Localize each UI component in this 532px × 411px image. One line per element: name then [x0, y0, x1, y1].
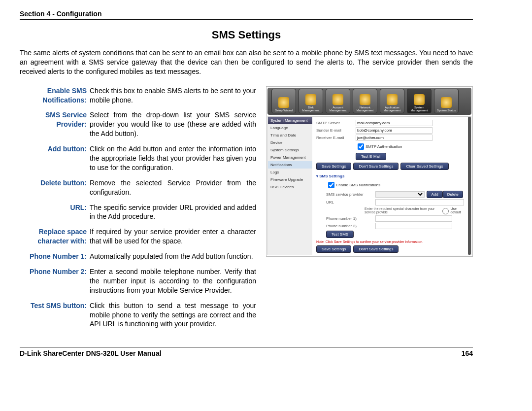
row-smtp-auth: SMTP Authentication: [316, 142, 464, 151]
section-label: Section 4 - Configuration: [20, 10, 101, 18]
note-text: Note: Click Save Settings to confirm you…: [316, 240, 464, 243]
sms-section-title: SMS Settings: [316, 174, 464, 178]
dontsave-button-2[interactable]: Don't Save Settings: [353, 245, 399, 253]
recv-input[interactable]: [356, 135, 432, 141]
tool-label: Account Management: [326, 106, 350, 112]
save-button-2[interactable]: Save Settings: [316, 245, 351, 253]
def-desc: Check this box to enable SMS alerts to b…: [90, 86, 256, 105]
test-sms-button[interactable]: Test SMS: [326, 231, 354, 238]
phone2-input[interactable]: [375, 223, 452, 229]
shot-body: System Management Language Time and Date…: [267, 116, 471, 255]
row-phone1: Phone number 1): [316, 215, 464, 222]
tool-application[interactable]: Application Management: [380, 89, 404, 113]
page-footer: D-Link ShareCenter DNS-320L User Manual …: [20, 347, 473, 357]
enable-sms-check[interactable]: [328, 182, 334, 188]
page-number: 164: [462, 349, 473, 357]
tool-label: Setup Wizard: [275, 109, 293, 112]
def-desc: If required by your service provider ent…: [90, 227, 256, 246]
def-label: Phone Number 1:: [20, 252, 90, 261]
footer-left: D-Link ShareCenter DNS-320L User Manual: [20, 349, 162, 357]
row-url: URL: [316, 199, 464, 206]
url-note: Enter the required special character fro…: [365, 207, 438, 214]
sb-power[interactable]: Power Management: [268, 154, 312, 161]
definitions-list: Enable SMS Notifications: Check this box…: [20, 86, 256, 335]
def-replace-space: Replace space character with: If require…: [20, 227, 256, 246]
sb-system-settings[interactable]: System Settings: [268, 146, 312, 154]
use-default-radio[interactable]: [442, 208, 449, 214]
shot-content: SMTP Server Sender E-mail Receiver E-mai…: [312, 117, 468, 255]
wizard-icon: [278, 97, 289, 108]
sb-logs[interactable]: Logs: [268, 169, 312, 176]
account-icon: [332, 94, 343, 105]
app-icon: [387, 94, 398, 105]
scrollbar[interactable]: [468, 117, 471, 255]
test-email-button[interactable]: Test E-Mail: [356, 153, 386, 160]
smtp-auth-check[interactable]: [358, 143, 364, 150]
row-sender: Sender E-mail: [316, 127, 464, 134]
section-header: Section 4 - Configuration: [20, 10, 473, 20]
def-label: Add button:: [20, 144, 90, 172]
def-phone2: Phone Number 2: Enter a second mobile te…: [20, 267, 256, 295]
clear-button[interactable]: Clear Saved Settings: [400, 163, 448, 170]
row-provider: SMS service provider Add Delete: [316, 191, 464, 198]
def-desc: Automatically populated from the Add but…: [90, 252, 256, 261]
screenshot-panel: Setup Wizard Disk Management Account Man…: [266, 86, 473, 257]
tool-label: Disk Management: [299, 106, 323, 112]
provider-label: SMS service provider: [326, 192, 375, 197]
system-icon: [414, 94, 425, 105]
tool-network[interactable]: Network Management: [353, 89, 377, 113]
def-enable-sms: Enable SMS Notifications: Check this box…: [20, 86, 256, 105]
row-smtp: SMTP Server: [316, 120, 464, 126]
provider-select[interactable]: [375, 191, 425, 198]
tool-label: Application Management: [380, 106, 404, 112]
smtp-auth-label: SMTP Authentication: [366, 144, 402, 149]
network-icon: [360, 94, 370, 105]
tool-system[interactable]: System Management: [407, 89, 432, 113]
phone1-label: Phone number 1): [326, 216, 375, 221]
def-delete-button: Delete button: Remove the selected Servi…: [20, 178, 256, 197]
sb-time[interactable]: Time and Date: [268, 132, 312, 139]
tool-disk[interactable]: Disk Management: [299, 89, 323, 113]
tool-account[interactable]: Account Management: [326, 89, 350, 113]
def-label: SMS Service Provider:: [20, 110, 90, 138]
sb-usb[interactable]: USB Devices: [268, 183, 312, 191]
recv-label: Receiver E-mail: [316, 136, 356, 140]
def-desc: Enter a second mobile telephone number. …: [90, 267, 256, 295]
status-icon: [441, 97, 452, 108]
sb-device[interactable]: Device: [268, 139, 312, 146]
url-input[interactable]: [375, 199, 464, 206]
intro-paragraph: The same alerts of system conditions tha…: [20, 48, 473, 76]
row-receiver: Receiver E-mail: [316, 135, 464, 141]
save-button-1[interactable]: Save Settings: [316, 163, 351, 170]
def-label: Replace space character with:: [20, 227, 90, 246]
tool-label: Network Management: [353, 106, 377, 112]
def-phone1: Phone Number 1: Automatically populated …: [20, 252, 256, 261]
row-url-note: Enter the required special character fro…: [316, 206, 464, 214]
sb-notifications[interactable]: Notifications: [268, 161, 312, 169]
def-url: URL: The specific service provider URL p…: [20, 203, 256, 222]
sb-language[interactable]: Language: [268, 124, 312, 132]
use-default-label: Use default: [450, 207, 464, 214]
phone1-input[interactable]: [375, 215, 452, 222]
enable-sms-label: Enable SMS Notifications: [336, 183, 380, 187]
def-add-button: Add button: Click on the Add button and …: [20, 144, 256, 172]
row-enable-sms: Enable SMS Notifications: [316, 180, 464, 190]
sender-input[interactable]: [356, 127, 432, 134]
content-row: Enable SMS Notifications: Check this box…: [20, 86, 473, 335]
disk-icon: [305, 94, 316, 105]
tool-status[interactable]: System Status: [434, 89, 459, 113]
dontsave-button-1[interactable]: Don't Save Settings: [353, 163, 399, 170]
def-label: URL:: [20, 203, 90, 222]
add-button[interactable]: Add: [427, 191, 442, 198]
delete-button[interactable]: Delete: [443, 191, 463, 198]
tool-label: System Management: [407, 106, 431, 112]
smtp-input[interactable]: [356, 120, 432, 126]
def-label: Test SMS button:: [20, 301, 90, 329]
tool-setup-wizard[interactable]: Setup Wizard: [271, 89, 296, 113]
toolbar: Setup Wizard Disk Management Account Man…: [267, 88, 471, 115]
app-screenshot: Setup Wizard Disk Management Account Man…: [266, 86, 473, 257]
sb-firmware[interactable]: Firmware Upgrade: [268, 176, 312, 183]
def-desc: Click on the Add button and enter the in…: [90, 144, 256, 172]
url-label: URL: [326, 200, 375, 205]
def-label: Delete button:: [20, 178, 90, 197]
